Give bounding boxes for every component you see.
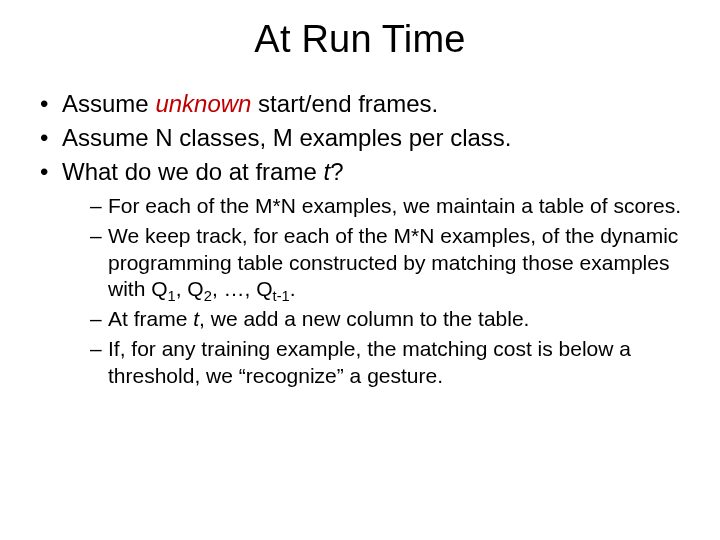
bullet-3: What do we do at frame t? For each of th… [40, 157, 690, 389]
sub-4: If, for any training example, the matchi… [90, 336, 690, 389]
sub-3-post: , we add a new column to the table. [199, 307, 529, 330]
bullet-1: Assume unknown start/end frames. [40, 89, 690, 119]
bullet-1-pre: Assume [62, 90, 155, 117]
sub-2-mid1: , Q [176, 277, 204, 300]
sub-1: For each of the M*N examples, we maintai… [90, 193, 690, 219]
sub-3-pre: At frame [108, 307, 193, 330]
sub-bullet-list: For each of the M*N examples, we maintai… [62, 193, 690, 389]
sub-2-idx3: t-1 [273, 288, 290, 304]
bullet-2: Assume N classes, M examples per class. [40, 123, 690, 153]
sub-2: We keep track, for each of the M*N examp… [90, 223, 690, 302]
slide-title: At Run Time [30, 18, 690, 61]
sub-3: At frame t, we add a new column to the t… [90, 306, 690, 332]
slide: At Run Time Assume unknown start/end fra… [0, 0, 720, 540]
sub-2-post: . [290, 277, 296, 300]
sub-2-idx1: 1 [168, 288, 176, 304]
bullet-1-emph: unknown [155, 90, 251, 117]
sub-2-mid2: , …, Q [212, 277, 273, 300]
bullet-1-post: start/end frames. [251, 90, 438, 117]
bullet-3-pre: What do we do at frame [62, 158, 323, 185]
bullet-list: Assume unknown start/end frames. Assume … [30, 89, 690, 389]
bullet-3-post: ? [330, 158, 343, 185]
sub-2-idx2: 2 [204, 288, 212, 304]
